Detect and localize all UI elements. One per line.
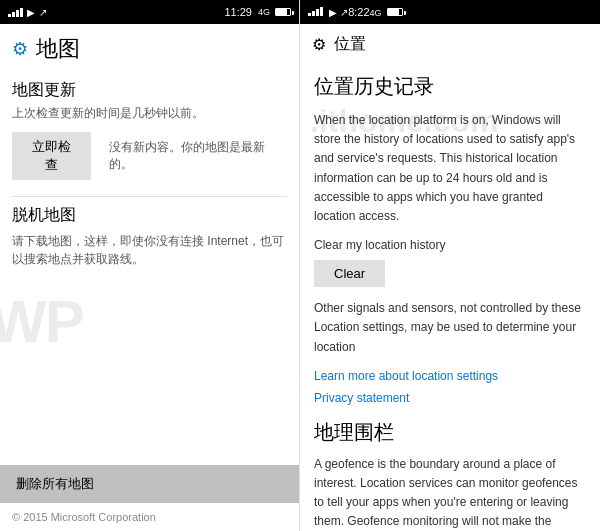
- location-history-desc: When the location platform is on, Window…: [314, 111, 586, 226]
- left-app-header: ⚙ 地图: [0, 24, 299, 72]
- watermark-area: WP: [0, 277, 299, 466]
- right-antenna-icon: ↗: [340, 7, 348, 18]
- check-update-button[interactable]: 立即检查: [12, 132, 91, 180]
- offline-desc: 请下载地图，这样，即使你没有连接 Internet，也可以搜索地点并获取路线。: [12, 232, 287, 268]
- left-scroll-content: 地图更新 上次检查更新的时间是几秒钟以前。 立即检查 没有新内容。你的地图是最新…: [0, 72, 299, 277]
- right-app-header: ⚙ 位置: [300, 24, 600, 63]
- left-app-title: 地图: [36, 34, 80, 64]
- right-content-area: 位置历史记录 When the location platform is on,…: [300, 63, 600, 531]
- signal-icon: [8, 7, 23, 17]
- other-signals-text: Other signals and sensors, not controlle…: [314, 299, 586, 357]
- clear-history-button[interactable]: Clear: [314, 260, 385, 287]
- left-footer: © 2015 Microsoft Corporation: [0, 503, 299, 531]
- check-row: 立即检查 没有新内容。你的地图是最新的。: [12, 132, 287, 180]
- divider-1: [12, 196, 287, 197]
- right-wifi-icon: ▶: [329, 7, 337, 18]
- right-signal-icon: [308, 6, 323, 16]
- right-status-icons: ▶ ↗: [308, 6, 348, 18]
- left-status-bar: ▶ ↗ 11:29 4G: [0, 0, 299, 24]
- left-watermark: WP: [0, 287, 83, 356]
- privacy-statement-link[interactable]: Privacy statement: [314, 389, 586, 407]
- gear-icon-left: ⚙: [12, 38, 28, 60]
- gear-icon-right: ⚙: [312, 35, 326, 54]
- map-update-subtitle: 上次检查更新的时间是几秒钟以前。: [12, 105, 287, 122]
- clear-history-label: Clear my location history: [314, 236, 586, 254]
- left-panel: ▶ ↗ 11:29 4G ⚙ 地图 地图更新 上次检查更新的时间是几秒钟以前。 …: [0, 0, 300, 531]
- right-scroll-area: .ithome.com 位置历史记录 When the location pla…: [300, 63, 600, 531]
- offline-map-section: 脱机地图 请下载地图，这样，即使你没有连接 Internet，也可以搜索地点并获…: [12, 205, 287, 277]
- learn-more-link[interactable]: Learn more about location settings: [314, 367, 586, 385]
- right-panel: ▶ ↗ 8:22 4G ⚙ 位置 .ithome.com 位置历史记录 When…: [300, 0, 600, 531]
- battery-fill: [276, 9, 287, 15]
- map-update-title: 地图更新: [12, 80, 287, 101]
- right-time: 8:22: [348, 6, 369, 18]
- antenna-icon: ↗: [39, 7, 47, 18]
- left-status-right-icons: 4G: [258, 7, 291, 17]
- right-app-title: 位置: [334, 34, 366, 55]
- offline-title: 脱机地图: [12, 205, 287, 226]
- left-time: 11:29: [224, 6, 252, 18]
- network-icon: 4G: [258, 7, 270, 17]
- right-battery-fill: [388, 9, 399, 15]
- right-battery-icon: [387, 8, 403, 16]
- location-history-title: 位置历史记录: [314, 71, 586, 101]
- right-network-icon: 4G: [370, 8, 382, 18]
- map-update-section: 地图更新 上次检查更新的时间是几秒钟以前。 立即检查 没有新内容。你的地图是最新…: [12, 80, 287, 180]
- delete-all-maps-button[interactable]: 删除所有地图: [0, 465, 299, 503]
- geofence-title: 地理围栏: [314, 417, 586, 447]
- check-status-text: 没有新内容。你的地图是最新的。: [109, 139, 287, 173]
- left-status-icons: ▶ ↗: [8, 7, 47, 18]
- geofence-desc: A geofence is the boundary around a plac…: [314, 455, 586, 531]
- right-status-bar: ▶ ↗ 8:22 4G: [300, 0, 600, 24]
- right-status-right-icons: 4G: [370, 6, 403, 18]
- battery-icon: [275, 8, 291, 16]
- wifi-icon: ▶: [27, 7, 35, 18]
- left-main-content: 地图更新 上次检查更新的时间是几秒钟以前。 立即检查 没有新内容。你的地图是最新…: [0, 72, 299, 531]
